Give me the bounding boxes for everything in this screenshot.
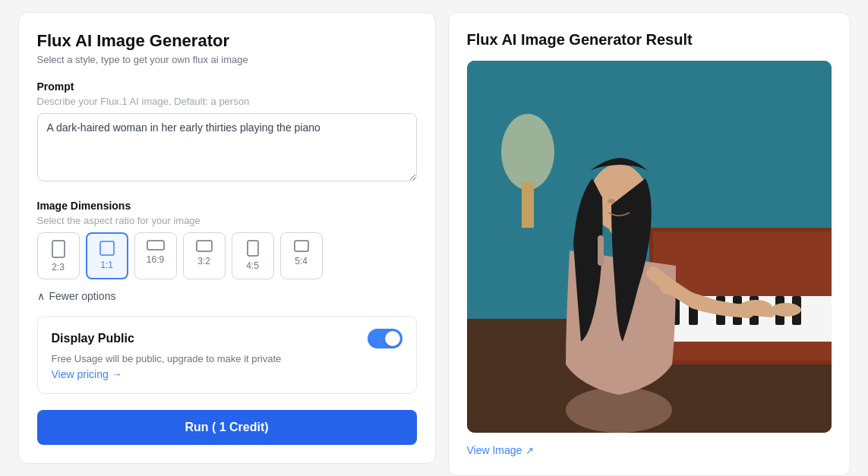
dimensions-hint: Select the aspect ratio for your image [37,215,417,226]
aspect-label-1-1: 1:1 [100,260,113,270]
svg-point-9 [501,114,554,190]
display-public-toggle[interactable] [368,329,402,348]
aspect-grid: 2:3 1:1 16:9 3:2 [37,232,417,279]
aspect-option-1-1[interactable]: 1:1 [86,232,128,279]
view-image-text: View Image [467,444,522,456]
left-panel: Flux AI Image Generator Select a style, … [18,12,436,464]
dimensions-section: Image Dimensions Select the aspect ratio… [37,200,417,302]
display-public-card: Display Public Free Usage will be public… [37,316,417,394]
aspect-label-4-5: 4:5 [246,260,259,271]
aspect-icon-4-5 [246,239,260,257]
right-panel: Flux AI Image Generator Result [448,12,851,476]
chevron-up-icon: ∧ [37,290,45,302]
page-title: Flux AI Image Generator [37,31,417,51]
svg-rect-10 [522,182,534,228]
aspect-icon-3-2 [195,239,213,253]
fewer-options-button[interactable]: ∧ Fewer options [37,290,116,302]
run-button-wrapper: Run ( 1 Credit) [37,395,417,445]
run-button[interactable]: Run ( 1 Credit) [37,410,417,445]
aspect-icon-5-4 [293,239,310,253]
svg-rect-1 [100,241,114,255]
svg-point-26 [739,300,772,315]
fewer-options-label: Fewer options [49,290,116,302]
view-pricing-text: View pricing [52,368,109,380]
svg-rect-4 [248,241,258,256]
dimensions-label: Image Dimensions [37,200,417,212]
toggle-thumb [385,331,400,346]
result-image [467,61,832,433]
svg-rect-2 [147,241,164,250]
result-image-wrapper [467,61,832,433]
aspect-option-4-5[interactable]: 4:5 [232,232,274,279]
svg-rect-0 [52,241,65,257]
aspect-label-16-9: 16:9 [147,254,164,265]
arrow-right-icon: → [112,368,122,380]
display-public-title: Display Public [52,332,134,345]
aspect-option-16-9[interactable]: 16:9 [134,232,177,279]
svg-rect-5 [295,241,308,251]
svg-point-24 [608,199,615,203]
svg-rect-3 [197,241,212,251]
prompt-label: Prompt [37,80,417,93]
run-button-label: Run ( 1 Credit) [185,421,268,434]
aspect-label-3-2: 3:2 [197,256,210,266]
aspect-option-2-3[interactable]: 2:3 [37,232,80,279]
prompt-input[interactable]: A dark-haired woman in her early thirtie… [37,113,417,181]
aspect-option-3-2[interactable]: 3:2 [183,232,226,279]
svg-rect-25 [598,235,604,266]
prompt-section: Prompt Describe your Flux.1 AI image, De… [37,80,417,184]
prompt-hint: Describe your Flux.1 AI image, Default: … [37,96,417,107]
aspect-icon-2-3 [51,239,66,259]
aspect-option-5-4[interactable]: 5:4 [280,232,323,279]
svg-point-27 [771,303,801,317]
external-link-icon: ↗ [526,445,534,456]
aspect-icon-16-9 [146,239,166,251]
aspect-label-5-4: 5:4 [295,256,308,266]
display-public-row: Display Public [52,329,402,348]
page-subtitle: Select a style, type to get your own flu… [37,54,417,65]
result-title: Flux AI Image Generator Result [467,31,832,49]
aspect-label-2-3: 2:3 [52,262,65,273]
view-image-link[interactable]: View Image ↗ [467,444,535,456]
display-public-note: Free Usage will be public, upgrade to ma… [52,353,402,364]
view-pricing-link[interactable]: View pricing → [52,368,122,380]
toggle-track [368,329,402,348]
aspect-icon-1-1 [99,240,115,257]
